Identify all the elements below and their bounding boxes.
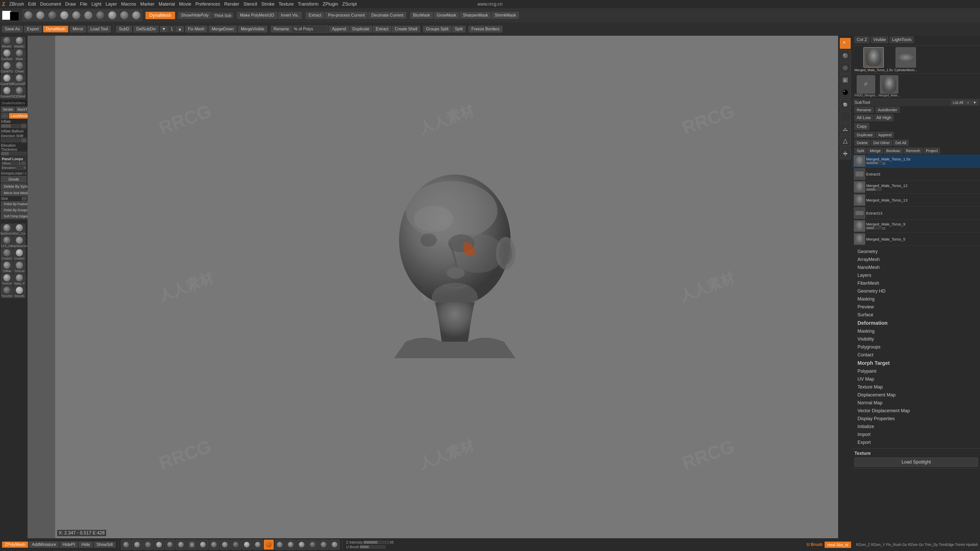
polish-groups-btn[interactable]: Polish By Groups: [1, 207, 27, 213]
menu-zplugin[interactable]: ZPlugin: [323, 2, 338, 7]
menu-preferences[interactable]: Preferences: [196, 2, 220, 7]
subtool-item-2[interactable]: Merged_Male_Torso_12: [853, 181, 980, 194]
load-spotlight-btn[interactable]: Load Spotlight: [854, 457, 978, 467]
curvetu-brush-icon[interactable]: CurveTU: [1, 62, 13, 73]
fill-tool-btn[interactable]: [95, 10, 106, 21]
bottom-brush-15[interactable]: [275, 540, 285, 550]
merge-rp-btn[interactable]: Merge: [867, 148, 883, 154]
auto-border-btn[interactable]: AutoBorder: [876, 107, 900, 113]
subDiv-btn[interactable]: SubD: [116, 26, 132, 32]
menu-transform[interactable]: Transform: [298, 2, 318, 7]
thick-sub-btn[interactable]: Thick Sub: [213, 13, 233, 18]
geometry-hd-item[interactable]: Geometry HD: [854, 287, 978, 295]
menu-movie[interactable]: Movie: [179, 2, 191, 7]
show-sdt-btn[interactable]: ShowSdt: [94, 541, 116, 548]
pre-process-btn[interactable]: Pre-process Current: [325, 12, 368, 19]
stroke-item-btn[interactable]: ⋯: [1, 113, 8, 119]
menu-layer[interactable]: Layer: [105, 2, 117, 7]
all-high-btn[interactable]: All High: [874, 114, 894, 121]
menu-stencil[interactable]: Stencil: [243, 2, 257, 7]
light-tools-btn[interactable]: LightTools: [890, 37, 914, 43]
export2-item[interactable]: Export: [854, 438, 978, 446]
remesh-rp-btn[interactable]: Remesh: [904, 148, 923, 154]
initialize-item[interactable]: Initialize: [854, 423, 978, 430]
clipslice2-brush-icon[interactable]: DisC_Cur: [14, 224, 25, 235]
menu-macros[interactable]: Macros: [121, 2, 136, 7]
merged-preview-2[interactable]: Merged_Male...: [879, 75, 900, 97]
polish-features-btn[interactable]: Polish By Features: [1, 201, 27, 207]
rename-input[interactable]: % of Polys: [293, 25, 328, 33]
append-btn2[interactable]: Append: [329, 26, 348, 32]
scale-tool-btn[interactable]: [83, 10, 94, 21]
merge-down-btn[interactable]: MergeDown: [209, 26, 236, 32]
all-low-btn[interactable]: All Low: [854, 114, 873, 121]
texture-map-item[interactable]: Texture Map: [854, 383, 978, 391]
bottom-brush-7[interactable]: [187, 540, 197, 550]
createc-brush-icon[interactable]: CreateC: [1, 249, 13, 260]
subtool-item-extract3[interactable]: Extract3: [853, 168, 980, 181]
preview-item[interactable]: Preview: [854, 303, 978, 311]
menu-zscript[interactable]: ZScript: [342, 2, 357, 7]
export-btn[interactable]: Export: [24, 26, 41, 32]
make-polymesh3d-btn[interactable]: Make PolyMesh3D: [237, 12, 277, 19]
normal-map-item[interactable]: Normal Map: [854, 399, 978, 407]
bottom-brush-10[interactable]: [220, 540, 230, 550]
mirror-weld-btn[interactable]: Mirror And Weld: [1, 190, 27, 196]
list-all-btn[interactable]: List All: [951, 100, 964, 105]
polypaint-item[interactable]: Polypaint: [854, 367, 978, 375]
menu-stroke[interactable]: Stroke: [261, 2, 275, 7]
color-picker-area[interactable]: [2, 10, 19, 21]
bottom-brush-16[interactable]: [286, 540, 296, 550]
trenchin-brush-icon[interactable]: TrenchIn: [1, 286, 13, 298]
lfs-chi-brush-icon[interactable]: LFS_Chi: [1, 236, 13, 248]
direction-extra-btn[interactable]: ⋯: [21, 138, 27, 143]
tool-preview-1[interactable]: Merged_Male_Torso_1.5s: [854, 47, 893, 72]
decimate-current-btn[interactable]: Decimate Current: [369, 12, 406, 19]
menu-draw[interactable]: Draw: [65, 2, 76, 7]
bottom-brush-11[interactable]: [231, 540, 241, 550]
mask-brush-icon[interactable]: MaskEr: [14, 37, 25, 48]
grab-tool-btn[interactable]: [107, 10, 118, 21]
menu-marker[interactable]: Marker: [140, 2, 154, 7]
pm3d-preview[interactable]: P PM3D_Merged...: [854, 75, 878, 97]
col-z-btn[interactable]: Col Z: [854, 37, 870, 43]
canvas-area[interactable]: RRCG 人人素材 RRCG 人人素材 RRCG 人人素材 RRCG 人人素材 …: [55, 36, 838, 538]
offset-extra-btn[interactable]: ⋯: [21, 162, 26, 165]
alpha-icon-1[interactable]: A: [840, 75, 851, 86]
bottom-brush-13[interactable]: [253, 540, 263, 550]
soft-crimp-btn[interactable]: Soft Crimp Edges: [1, 213, 27, 219]
extract-btn2[interactable]: Extract: [373, 26, 391, 32]
bottom-brush-20[interactable]: [329, 540, 340, 550]
bottom-brush-18[interactable]: [307, 540, 318, 550]
geometry-item[interactable]: Geometry: [854, 248, 978, 256]
subd-up-btn[interactable]: ▲: [176, 26, 184, 32]
bottom-brush-19[interactable]: [318, 540, 329, 550]
extract-btn[interactable]: Extract: [306, 12, 324, 19]
floor-icon[interactable]: [840, 124, 851, 135]
bottom-brush-2[interactable]: [132, 540, 142, 550]
display-properties-item[interactable]: Display Properties: [854, 415, 978, 423]
contact-item[interactable]: Contact: [854, 351, 978, 359]
polygroups-item[interactable]: Polygroups: [854, 343, 978, 351]
deformation-item[interactable]: Deformation: [854, 319, 978, 327]
uv-map-item[interactable]: UV Map: [854, 375, 978, 383]
chisel-brush-icon[interactable]: Chisel: [14, 62, 25, 73]
import2-item[interactable]: Import: [854, 430, 978, 438]
direction-slider[interactable]: [1, 138, 20, 142]
active-tool-button[interactable]: DynaMesh: [145, 12, 175, 19]
split-btn[interactable]: Split: [452, 26, 466, 32]
elevation-thickness-slider[interactable]: [1, 152, 27, 156]
slayp-brush-icon[interactable]: Splay_P: [14, 274, 25, 286]
grow-mask-btn[interactable]: GrowMask: [434, 12, 459, 19]
size-extra-btn[interactable]: ⋯: [22, 197, 27, 200]
save-as-btn[interactable]: Save As: [2, 26, 23, 32]
load-tool-row3[interactable]: Load Tool: [88, 26, 111, 32]
mirror-btn[interactable]: Mirror: [70, 26, 86, 32]
shrink-mask-btn[interactable]: ShrinkMask: [492, 12, 519, 19]
curvetob-brush-icon[interactable]: CurveToB: [1, 74, 13, 86]
del-all-btn[interactable]: Del All: [893, 140, 909, 146]
duplicate-btn[interactable]: Duplicate: [350, 26, 372, 32]
mask-tool-btn[interactable]: [47, 10, 58, 21]
menu-light[interactable]: Light: [91, 2, 101, 7]
visibility-item[interactable]: Visibility: [854, 335, 978, 343]
